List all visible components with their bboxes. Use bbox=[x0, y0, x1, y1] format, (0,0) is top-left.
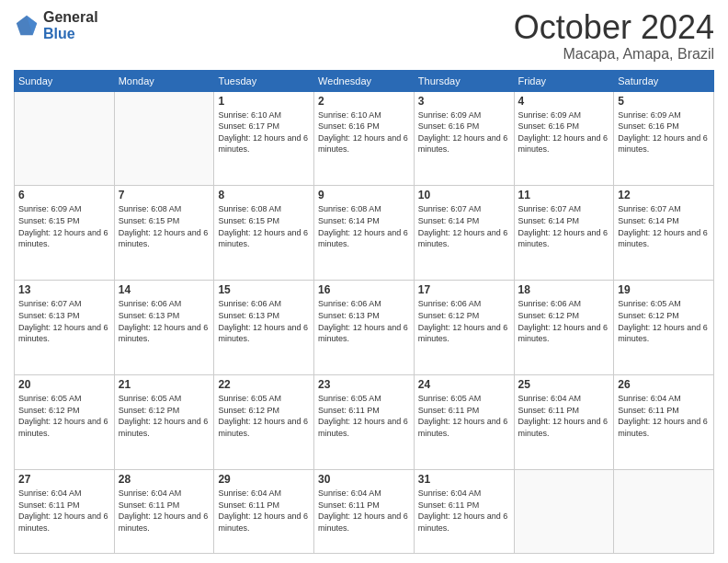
day-info: Sunrise: 6:10 AM Sunset: 6:17 PM Dayligh… bbox=[218, 109, 310, 155]
day-info: Sunrise: 6:04 AM Sunset: 6:11 PM Dayligh… bbox=[618, 393, 710, 439]
day-info: Sunrise: 6:06 AM Sunset: 6:12 PM Dayligh… bbox=[418, 298, 510, 344]
day-info: Sunrise: 6:07 AM Sunset: 6:14 PM Dayligh… bbox=[418, 203, 510, 249]
day-number: 7 bbox=[119, 189, 210, 201]
day-number: 6 bbox=[18, 189, 110, 201]
day-info: Sunrise: 6:08 AM Sunset: 6:15 PM Dayligh… bbox=[119, 203, 210, 249]
calendar-cell: 27Sunrise: 6:04 AM Sunset: 6:11 PM Dayli… bbox=[15, 470, 115, 554]
calendar-cell: 16Sunrise: 6:06 AM Sunset: 6:13 PM Dayli… bbox=[314, 281, 415, 375]
calendar-cell: 23Sunrise: 6:05 AM Sunset: 6:11 PM Dayli… bbox=[314, 375, 415, 470]
calendar-cell: 8Sunrise: 6:08 AM Sunset: 6:15 PM Daylig… bbox=[214, 186, 314, 281]
calendar-cell: 24Sunrise: 6:05 AM Sunset: 6:11 PM Dayli… bbox=[414, 375, 514, 470]
day-number: 19 bbox=[618, 283, 710, 296]
header-saturday: Saturday bbox=[614, 70, 714, 91]
calendar-cell: 29Sunrise: 6:04 AM Sunset: 6:11 PM Dayli… bbox=[214, 470, 314, 554]
day-number: 15 bbox=[218, 283, 310, 296]
day-number: 14 bbox=[119, 283, 210, 296]
day-info: Sunrise: 6:06 AM Sunset: 6:13 PM Dayligh… bbox=[218, 298, 310, 344]
day-number: 31 bbox=[418, 473, 510, 486]
header-wednesday: Wednesday bbox=[314, 70, 415, 91]
day-info: Sunrise: 6:05 AM Sunset: 6:12 PM Dayligh… bbox=[119, 393, 210, 439]
day-number: 17 bbox=[418, 283, 510, 296]
day-info: Sunrise: 6:08 AM Sunset: 6:14 PM Dayligh… bbox=[318, 203, 410, 249]
day-info: Sunrise: 6:09 AM Sunset: 6:15 PM Dayligh… bbox=[18, 203, 110, 249]
location: Macapa, Amapa, Brazil bbox=[514, 46, 714, 63]
calendar-cell: 22Sunrise: 6:05 AM Sunset: 6:12 PM Dayli… bbox=[214, 375, 314, 470]
calendar-cell: 1Sunrise: 6:10 AM Sunset: 6:17 PM Daylig… bbox=[214, 91, 314, 186]
day-info: Sunrise: 6:04 AM Sunset: 6:11 PM Dayligh… bbox=[518, 393, 610, 439]
calendar-cell: 12Sunrise: 6:07 AM Sunset: 6:14 PM Dayli… bbox=[614, 186, 714, 281]
calendar-week-2: 6Sunrise: 6:09 AM Sunset: 6:15 PM Daylig… bbox=[15, 186, 714, 281]
calendar-cell bbox=[114, 91, 214, 186]
header-sunday: Sunday bbox=[15, 70, 115, 91]
day-number: 9 bbox=[318, 189, 410, 201]
calendar-cell bbox=[614, 470, 714, 554]
day-number: 26 bbox=[618, 378, 710, 391]
day-number: 3 bbox=[418, 95, 510, 108]
day-number: 11 bbox=[518, 189, 610, 201]
calendar-cell: 11Sunrise: 6:07 AM Sunset: 6:14 PM Dayli… bbox=[514, 186, 614, 281]
calendar-cell: 31Sunrise: 6:04 AM Sunset: 6:11 PM Dayli… bbox=[414, 470, 514, 554]
day-number: 21 bbox=[119, 378, 210, 391]
calendar-week-4: 20Sunrise: 6:05 AM Sunset: 6:12 PM Dayli… bbox=[15, 375, 714, 470]
day-info: Sunrise: 6:04 AM Sunset: 6:11 PM Dayligh… bbox=[318, 488, 410, 534]
day-number: 29 bbox=[218, 473, 310, 486]
day-info: Sunrise: 6:05 AM Sunset: 6:12 PM Dayligh… bbox=[18, 393, 110, 439]
header-monday: Monday bbox=[114, 70, 214, 91]
weekday-header-row: Sunday Monday Tuesday Wednesday Thursday… bbox=[15, 70, 714, 91]
day-info: Sunrise: 6:06 AM Sunset: 6:12 PM Dayligh… bbox=[518, 298, 610, 344]
page: General Blue October 2024 Macapa, Amapa,… bbox=[0, 0, 728, 563]
calendar-cell: 13Sunrise: 6:07 AM Sunset: 6:13 PM Dayli… bbox=[15, 281, 115, 375]
day-number: 22 bbox=[218, 378, 310, 391]
calendar-header: Sunday Monday Tuesday Wednesday Thursday… bbox=[15, 70, 714, 91]
calendar-cell: 6Sunrise: 6:09 AM Sunset: 6:15 PM Daylig… bbox=[15, 186, 115, 281]
day-number: 16 bbox=[318, 283, 410, 296]
logo-text: General Blue bbox=[43, 9, 98, 41]
calendar-cell: 15Sunrise: 6:06 AM Sunset: 6:13 PM Dayli… bbox=[214, 281, 314, 375]
day-info: Sunrise: 6:10 AM Sunset: 6:16 PM Dayligh… bbox=[318, 109, 410, 155]
day-info: Sunrise: 6:09 AM Sunset: 6:16 PM Dayligh… bbox=[418, 109, 510, 155]
day-info: Sunrise: 6:06 AM Sunset: 6:13 PM Dayligh… bbox=[119, 298, 210, 344]
logo-general-text: General bbox=[43, 9, 98, 26]
day-info: Sunrise: 6:05 AM Sunset: 6:12 PM Dayligh… bbox=[218, 393, 310, 439]
logo-icon bbox=[14, 13, 40, 39]
day-number: 24 bbox=[418, 378, 510, 391]
day-number: 2 bbox=[318, 95, 410, 108]
day-number: 8 bbox=[218, 189, 310, 201]
calendar-cell bbox=[15, 91, 115, 186]
calendar-cell bbox=[514, 470, 614, 554]
day-number: 13 bbox=[18, 283, 110, 296]
logo: General Blue bbox=[14, 9, 98, 41]
calendar-cell: 25Sunrise: 6:04 AM Sunset: 6:11 PM Dayli… bbox=[514, 375, 614, 470]
day-info: Sunrise: 6:07 AM Sunset: 6:14 PM Dayligh… bbox=[518, 203, 610, 249]
day-info: Sunrise: 6:06 AM Sunset: 6:13 PM Dayligh… bbox=[318, 298, 410, 344]
calendar-cell: 28Sunrise: 6:04 AM Sunset: 6:11 PM Dayli… bbox=[114, 470, 214, 554]
calendar-cell: 17Sunrise: 6:06 AM Sunset: 6:12 PM Dayli… bbox=[414, 281, 514, 375]
day-number: 12 bbox=[618, 189, 710, 201]
header-tuesday: Tuesday bbox=[214, 70, 314, 91]
day-number: 20 bbox=[18, 378, 110, 391]
day-number: 10 bbox=[418, 189, 510, 201]
day-info: Sunrise: 6:05 AM Sunset: 6:12 PM Dayligh… bbox=[618, 298, 710, 344]
calendar-cell: 19Sunrise: 6:05 AM Sunset: 6:12 PM Dayli… bbox=[614, 281, 714, 375]
title-block: October 2024 Macapa, Amapa, Brazil bbox=[514, 9, 714, 63]
day-info: Sunrise: 6:09 AM Sunset: 6:16 PM Dayligh… bbox=[518, 109, 610, 155]
header-friday: Friday bbox=[514, 70, 614, 91]
calendar-table: Sunday Monday Tuesday Wednesday Thursday… bbox=[14, 70, 714, 554]
calendar-cell: 20Sunrise: 6:05 AM Sunset: 6:12 PM Dayli… bbox=[15, 375, 115, 470]
calendar-cell: 7Sunrise: 6:08 AM Sunset: 6:15 PM Daylig… bbox=[114, 186, 214, 281]
calendar-cell: 9Sunrise: 6:08 AM Sunset: 6:14 PM Daylig… bbox=[314, 186, 415, 281]
calendar-week-1: 1Sunrise: 6:10 AM Sunset: 6:17 PM Daylig… bbox=[15, 91, 714, 186]
day-number: 1 bbox=[218, 95, 310, 108]
calendar-cell: 26Sunrise: 6:04 AM Sunset: 6:11 PM Dayli… bbox=[614, 375, 714, 470]
calendar-cell: 21Sunrise: 6:05 AM Sunset: 6:12 PM Dayli… bbox=[114, 375, 214, 470]
day-info: Sunrise: 6:09 AM Sunset: 6:16 PM Dayligh… bbox=[618, 109, 710, 155]
day-number: 27 bbox=[18, 473, 110, 486]
calendar-cell: 3Sunrise: 6:09 AM Sunset: 6:16 PM Daylig… bbox=[414, 91, 514, 186]
day-number: 18 bbox=[518, 283, 610, 296]
calendar-cell: 5Sunrise: 6:09 AM Sunset: 6:16 PM Daylig… bbox=[614, 91, 714, 186]
day-number: 25 bbox=[518, 378, 610, 391]
day-info: Sunrise: 6:04 AM Sunset: 6:11 PM Dayligh… bbox=[418, 488, 510, 534]
day-info: Sunrise: 6:07 AM Sunset: 6:14 PM Dayligh… bbox=[618, 203, 710, 249]
day-info: Sunrise: 6:08 AM Sunset: 6:15 PM Dayligh… bbox=[218, 203, 310, 249]
month-title: October 2024 bbox=[514, 9, 714, 46]
